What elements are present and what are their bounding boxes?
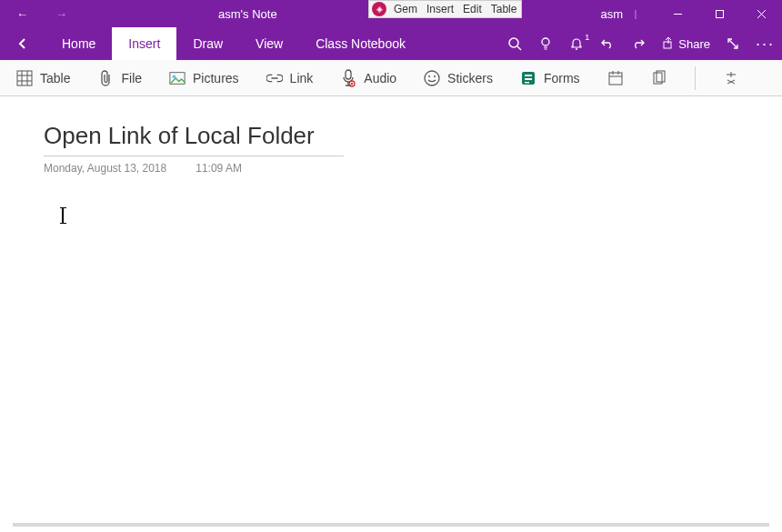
svg-point-20 — [351, 82, 353, 84]
text-cursor — [62, 207, 64, 224]
notification-count: 1 — [585, 33, 589, 42]
gem-menu-insert[interactable]: Insert — [422, 3, 458, 15]
gem-menu-table[interactable]: Table — [486, 3, 522, 15]
gem-addon-menu: ◈ Gem Insert Edit Table — [368, 0, 522, 18]
gem-menu-edit[interactable]: Edit — [458, 3, 486, 15]
ribbon-tabs: Home Insert Draw View Class Notebook 1 S… — [0, 27, 782, 60]
pictures-label: Pictures — [193, 71, 239, 85]
svg-rect-11 — [17, 71, 32, 85]
insert-forms-button[interactable]: Forms — [520, 70, 580, 86]
insert-meeting-button[interactable] — [607, 70, 624, 86]
gem-menu-gem[interactable]: Gem — [389, 3, 422, 15]
search-icon[interactable] — [507, 36, 522, 51]
ribbon-insert: Table File Pictures Link Audio Stickers — [0, 60, 782, 96]
svg-rect-25 — [525, 75, 532, 76]
insert-file-button[interactable]: File — [97, 70, 142, 86]
svg-line-5 — [517, 46, 521, 50]
insert-pictures-button[interactable]: Pictures — [169, 70, 239, 86]
tab-draw[interactable]: Draw — [176, 27, 239, 60]
svg-point-21 — [425, 71, 439, 85]
insert-audio-button[interactable]: Audio — [340, 70, 396, 86]
close-button[interactable] — [740, 0, 782, 27]
calendar-icon — [607, 70, 624, 86]
smiley-icon — [424, 70, 440, 86]
notebook-title: asm's Note — [218, 7, 277, 21]
svg-point-4 — [509, 38, 518, 47]
picture-icon — [169, 70, 185, 86]
redo-icon[interactable] — [631, 36, 646, 51]
fullscreen-icon[interactable] — [727, 37, 739, 50]
svg-rect-27 — [525, 82, 529, 84]
svg-rect-10 — [664, 42, 671, 48]
paperclip-icon — [97, 70, 114, 86]
svg-point-23 — [434, 75, 436, 77]
forms-label: Forms — [544, 71, 580, 85]
gem-icon: ◈ — [372, 2, 386, 16]
tab-insert[interactable]: Insert — [112, 27, 176, 60]
tab-view[interactable]: View — [239, 27, 299, 60]
insert-table-button[interactable]: Table — [16, 70, 70, 86]
svg-point-17 — [173, 75, 176, 78]
table-label: Table — [40, 71, 70, 85]
svg-point-6 — [542, 38, 549, 45]
back-arrow-icon[interactable]: ← — [16, 7, 28, 21]
tab-home[interactable]: Home — [45, 27, 112, 60]
insert-link-button[interactable]: Link — [266, 70, 314, 86]
forward-arrow-icon[interactable]: → — [55, 7, 67, 21]
more-icon[interactable]: ··· — [756, 35, 775, 54]
maximize-button[interactable] — [698, 0, 740, 27]
svg-point-22 — [428, 75, 430, 77]
file-label: File — [121, 71, 142, 85]
page-canvas[interactable]: Open Link of Local Folder Monday, August… — [0, 96, 782, 532]
link-icon — [266, 70, 283, 86]
divider: | — [615, 0, 657, 27]
audio-label: Audio — [364, 71, 396, 85]
share-button[interactable]: Share — [662, 37, 710, 51]
equation-button[interactable] — [723, 70, 739, 86]
copy-icon-button[interactable] — [651, 70, 667, 86]
page-date: Monday, August 13, 2018 — [44, 162, 166, 175]
link-label: Link — [290, 71, 314, 85]
svg-rect-18 — [346, 70, 351, 79]
lightbulb-icon[interactable] — [538, 36, 553, 51]
page-time: 11:09 AM — [196, 162, 242, 175]
undo-icon[interactable] — [600, 36, 615, 51]
minimize-button[interactable] — [657, 0, 698, 27]
stickers-label: Stickers — [447, 71, 493, 85]
insert-stickers-button[interactable]: Stickers — [424, 70, 493, 86]
svg-rect-28 — [609, 73, 622, 85]
share-label: Share — [678, 37, 710, 51]
scrollbar-horizontal[interactable] — [13, 523, 769, 527]
tab-class-notebook[interactable]: Class Notebook — [299, 27, 422, 60]
separator — [695, 66, 696, 90]
back-button[interactable] — [0, 27, 45, 60]
equation-icon — [723, 70, 739, 86]
page-title[interactable]: Open Link of Local Folder — [44, 122, 344, 156]
table-icon — [16, 70, 33, 86]
svg-rect-1 — [716, 10, 723, 17]
notifications-icon[interactable]: 1 — [569, 36, 584, 51]
forms-icon — [520, 70, 536, 86]
svg-rect-26 — [525, 78, 532, 80]
copy-icon — [651, 70, 667, 86]
microphone-icon — [340, 70, 356, 86]
